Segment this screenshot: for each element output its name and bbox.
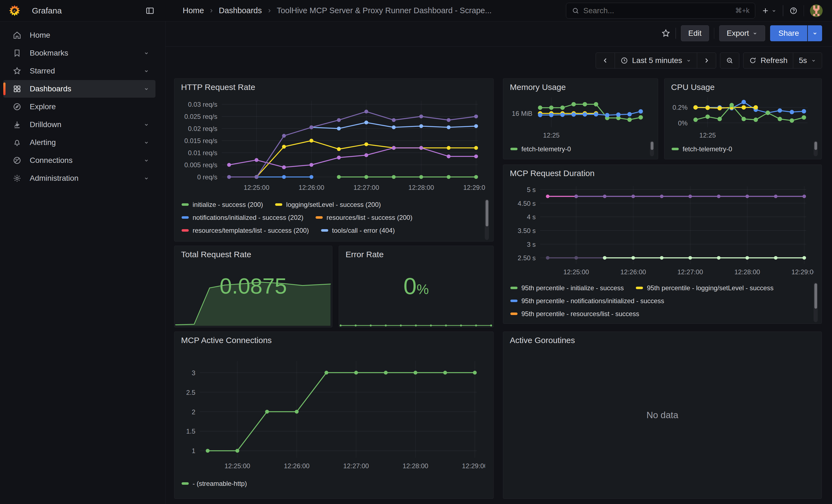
legend-color-chip	[182, 203, 189, 206]
sidebar-item-bookmarks[interactable]: Bookmarks	[3, 44, 155, 62]
svg-text:1.5: 1.5	[186, 427, 196, 435]
chevron-down-icon[interactable]	[144, 68, 149, 74]
refresh-interval-picker[interactable]: 5s	[793, 53, 822, 68]
legend-item[interactable]: 95th percentile - resources/list - succe…	[510, 310, 639, 318]
error-rate-sparkline[interactable]	[339, 316, 492, 326]
sidebar-item-explore[interactable]: Explore	[3, 98, 155, 115]
zoom-out-button[interactable]	[720, 53, 739, 68]
legend-item[interactable]: 95th percentile - notifications/initiali…	[510, 297, 664, 305]
svg-text:0.015 req/s: 0.015 req/s	[184, 137, 217, 144]
legend-scrollbar[interactable]	[813, 283, 818, 322]
connections-legend: - (streamable-http)	[182, 477, 480, 492]
memory-usage-chart[interactable]: 12:2516 MiB	[504, 94, 650, 141]
breadcrumb-item[interactable]: Dashboards	[219, 6, 262, 15]
legend-item[interactable]: resources/list - success (200)	[316, 214, 412, 221]
svg-text:12:28:00: 12:28:00	[402, 462, 428, 470]
legend-item[interactable]: resources/templates/list - success (200)	[182, 227, 309, 234]
legend-item[interactable]: logging/setLevel - success (200)	[275, 201, 381, 209]
chevron-down-icon[interactable]	[144, 175, 149, 181]
sidebar-item-connections[interactable]: Connections	[3, 152, 155, 169]
legend-scrollbar[interactable]	[813, 141, 818, 156]
sidebar-item-administration[interactable]: Administration	[3, 169, 155, 187]
legend-label: fetch-telemetry-0	[521, 145, 571, 153]
legend-scrollbar[interactable]	[650, 141, 654, 156]
legend-item[interactable]: 95th percentile - logging/setLevel - suc…	[636, 284, 773, 292]
chevron-down-icon	[811, 58, 816, 63]
chevron-right-icon	[703, 57, 710, 64]
legend-scrollbar[interactable]	[485, 199, 489, 240]
panel-title[interactable]: CPU Usage	[671, 82, 714, 92]
legend-item[interactable]: tools/list - success (200)	[277, 240, 359, 240]
refresh-button[interactable]: Refresh	[744, 53, 793, 68]
svg-text:0.005 req/s: 0.005 req/s	[184, 161, 217, 169]
refresh-label: Refresh	[760, 56, 787, 65]
svg-text:0.02 req/s: 0.02 req/s	[188, 125, 217, 132]
time-shift-back-button[interactable]	[596, 53, 615, 68]
legend-label: resources/templates/list - success (200)	[192, 227, 309, 234]
favorite-star-icon[interactable]	[661, 29, 671, 38]
legend-item[interactable]: fetch-telemetry-0	[672, 145, 732, 153]
legend-item[interactable]: tools/call - success (200)	[182, 240, 265, 240]
new-button[interactable]	[761, 7, 777, 15]
legend-item[interactable]: - (streamable-http)	[182, 480, 247, 487]
sidebar-item-alerting[interactable]: Alerting	[3, 134, 155, 151]
panel-title[interactable]: MCP Active Connections	[181, 336, 272, 345]
edit-button[interactable]: Edit	[681, 25, 709, 41]
legend-item[interactable]: 95th percentile - initialize - success	[510, 284, 624, 292]
chevron-down-icon[interactable]	[144, 86, 149, 92]
sidebar-item-drilldown[interactable]: Drilldown	[3, 116, 155, 133]
search-box[interactable]: ⌘+k	[566, 3, 755, 19]
panel-title[interactable]: Error Rate	[345, 250, 384, 259]
sidebar-item-home[interactable]: Home	[3, 26, 155, 44]
sidebar-item-starred[interactable]: Starred	[3, 62, 155, 80]
avatar[interactable]	[810, 4, 823, 17]
cpu-usage-chart[interactable]: 12:250.2%0%	[666, 94, 814, 141]
share-button-group: Share	[770, 25, 822, 41]
svg-text:12:29:00: 12:29:00	[463, 184, 485, 191]
legend-item[interactable]: unknown - success (200)	[371, 240, 456, 240]
brand-name: Grafana	[32, 6, 62, 16]
sidebar-nav: HomeBookmarksStarredDashboardsExploreDri…	[0, 22, 166, 504]
export-button[interactable]: Export	[719, 25, 765, 41]
no-data-message: No data	[503, 410, 822, 420]
dashboard-main: Edit Export Share Last 5 minutes	[166, 22, 832, 504]
chevron-down-icon	[686, 58, 692, 63]
error-rate-value: 0%	[339, 272, 493, 299]
http-legend: initialize - success (200)logging/setLev…	[182, 198, 480, 240]
help-button[interactable]	[789, 7, 798, 15]
sidebar-toggle-icon[interactable]	[145, 6, 155, 16]
panel-http-request-rate: HTTP Request Rate 12:25:0012:26:0012:27:…	[174, 78, 494, 242]
breadcrumb-item[interactable]: Home	[183, 6, 204, 15]
chevron-down-icon[interactable]	[144, 122, 149, 128]
refresh-icon	[749, 57, 757, 64]
chevron-down-icon[interactable]	[144, 157, 149, 163]
legend-item[interactable]: tools/call - error (404)	[321, 227, 395, 234]
mcp-request-duration-chart[interactable]: 12:25:0012:26:0012:27:0012:28:0012:29:00…	[504, 180, 814, 280]
chevron-down-icon[interactable]	[144, 139, 149, 145]
svg-text:2.50 s: 2.50 s	[518, 254, 536, 262]
share-dropdown-button[interactable]	[807, 25, 822, 41]
legend-color-chip	[182, 482, 189, 485]
gear-icon	[12, 174, 22, 183]
panel-title[interactable]: HTTP Request Rate	[181, 82, 255, 92]
search-input[interactable]	[583, 6, 731, 15]
panel-memory-usage: Memory Usage 12:2516 MiB fetch-telemetry…	[503, 78, 658, 159]
share-button[interactable]: Share	[770, 25, 807, 41]
legend-item[interactable]: initialize - success (200)	[182, 201, 263, 209]
panel-title[interactable]: MCP Request Duration	[510, 169, 595, 178]
panel-title[interactable]: Active Goroutines	[510, 336, 575, 345]
legend-label: logging/setLevel - success (200)	[286, 201, 381, 209]
legend-item[interactable]: fetch-telemetry-0	[510, 145, 571, 153]
mcp-active-connections-chart[interactable]: 12:25:0012:26:0012:27:0012:28:0012:29:00…	[176, 347, 485, 475]
svg-text:4.50 s: 4.50 s	[518, 200, 536, 207]
sidebar-item-dashboards[interactable]: Dashboards	[3, 80, 155, 98]
sidebar-item-label: Connections	[30, 156, 73, 165]
panel-title[interactable]: Total Request Rate	[181, 250, 251, 259]
time-range-picker[interactable]: Last 5 minutes	[615, 53, 697, 68]
legend-item[interactable]: notifications/initialized - success (202…	[182, 214, 304, 221]
panel-title[interactable]: Memory Usage	[510, 82, 566, 92]
time-shift-forward-button[interactable]	[697, 53, 716, 68]
http-request-rate-chart[interactable]: 12:25:0012:26:0012:27:0012:28:0012:29:00…	[176, 94, 485, 196]
legend-label: tools/call - error (404)	[332, 227, 395, 234]
chevron-down-icon[interactable]	[144, 50, 149, 56]
